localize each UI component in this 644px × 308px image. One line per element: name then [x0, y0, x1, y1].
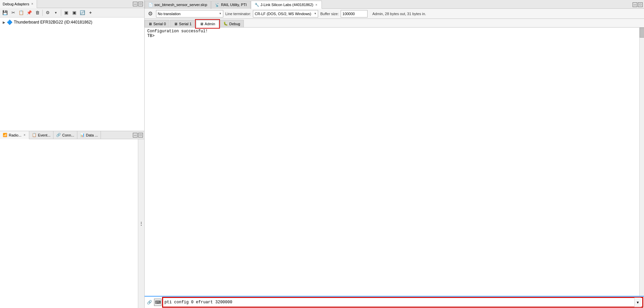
device-name: Thunderboard EFR32BG22 (ID:440181862) [14, 20, 92, 25]
admin-info: Admin, 28 bytes out, 31 bytes in. [372, 12, 426, 16]
radio-label: Radio... [9, 133, 22, 137]
input-field-wrapper: ▼ [163, 298, 643, 307]
line-term-label: Line terminator: [225, 12, 251, 16]
tab-debug[interactable]: 🐛 Debug [220, 20, 244, 27]
minimize-right-btn[interactable]: — [633, 2, 637, 7]
serial1-icon: 🖥 [174, 22, 178, 26]
scrollbar-thumb[interactable] [640, 28, 644, 38]
bottom-panel-content [0, 139, 138, 308]
tab-event[interactable]: 📋 Event... [29, 131, 53, 139]
radio-close[interactable]: × [23, 133, 26, 137]
event-label: Event... [38, 133, 50, 137]
rail-label: RAIL Utility, PTI [221, 3, 247, 7]
add-btn[interactable]: + [87, 9, 94, 16]
minimize-debug-btn[interactable]: — [133, 2, 138, 6]
slcp-icon: 📄 [148, 3, 153, 7]
tab-serial0[interactable]: 🖥 Serial 0 [145, 20, 169, 27]
tree-arrow: ▶ [3, 21, 5, 24]
dropdown-btn[interactable]: ▼ [52, 9, 60, 16]
serial0-icon: 🖥 [148, 22, 152, 26]
bottom-panels: 📶 Radio... × 📋 Event... 🔗 Conn... 📊 Data… [0, 131, 144, 308]
buffer-input[interactable] [341, 10, 368, 17]
translation-select[interactable]: No translation ▼ [156, 10, 223, 17]
maximize-bottom-btn[interactable]: □ [138, 133, 143, 138]
rect-btn-2[interactable]: ▣ [71, 9, 78, 16]
inner-tab-bar: 🖥 Serial 0 🖥 Serial 1 🖥 Admin 🐛 Debug [145, 19, 644, 28]
conn-icon: 🔗 [56, 133, 61, 137]
debug-adapters-label: Debug Adapters [3, 2, 29, 6]
paste-btn[interactable]: 📌 [26, 9, 33, 16]
debug-adapters-tab-bar: Debug Adapters × — □ [0, 0, 144, 8]
admin-icon: 🖥 [200, 22, 203, 26]
delete-btn[interactable]: 🗑 [34, 9, 41, 16]
save-btn[interactable]: 💾 [1, 9, 9, 16]
tab-conn[interactable]: 🔗 Conn... [53, 131, 77, 139]
panel-actions: ⋮ [138, 139, 144, 308]
debug-adapters-close[interactable]: × [31, 2, 34, 6]
maximize-debug-btn[interactable]: □ [138, 2, 143, 6]
input-left-icon: 🔗 [146, 299, 153, 306]
tab-admin[interactable]: 🖥 Admin [196, 20, 219, 28]
debug-adapters-toolbar: 💾 ✂ 📋 📌 🗑 ⚙ ▼ ▣ ▣ 🔃 + [0, 8, 144, 17]
minimize-bottom-btn[interactable]: — [133, 133, 138, 138]
terminal-area: Configuration successful! TB> [145, 28, 644, 296]
serial1-label: Serial 1 [179, 22, 191, 26]
radio-icon: 📶 [3, 133, 7, 137]
translation-dropdown-arrow: ▼ [219, 12, 222, 15]
data-label: Data ... [86, 133, 98, 137]
command-input[interactable] [164, 300, 634, 305]
copy-btn[interactable]: 📋 [17, 9, 25, 16]
conn-label: Conn... [62, 133, 74, 137]
event-icon: 📋 [32, 133, 37, 137]
device-tree-item[interactable]: ▶ 🔷 Thunderboard EFR32BG22 (ID:440181862… [1, 19, 143, 26]
tab-debug-adapters[interactable]: Debug Adapters × [0, 0, 37, 8]
refresh-btn[interactable]: 🔃 [79, 9, 86, 16]
buffer-label: Buffer size: [320, 12, 339, 16]
serial0-label: Serial 0 [153, 22, 166, 26]
tab-data[interactable]: 📊 Data ... [77, 131, 101, 139]
settings-btn[interactable]: ⚙ [44, 9, 51, 16]
translation-label: No translation [158, 12, 181, 16]
debug-label: Debug [229, 22, 240, 26]
terminal-line-1: Configuration successful! [147, 29, 641, 34]
main-tab-bar: 📄 soc_btmesh_sensor_server.slcp 📡 RAIL U… [145, 0, 644, 9]
terminal-scrollbar[interactable] [639, 28, 644, 296]
terminal-line-2: TB> [147, 34, 641, 38]
debug-adapters-content: ▶ 🔷 Thunderboard EFR32BG22 (ID:440181862… [0, 17, 144, 131]
toolbar-sep-2 [61, 10, 61, 16]
right-toolbar: ⚙ No translation ▼ Line terminator: CR-L… [145, 9, 644, 19]
line-term-value: CR-LF (DOS, OS/2, MS Windows) [255, 12, 311, 16]
jlink-close[interactable]: × [315, 3, 318, 7]
terminal-settings-btn[interactable]: ⚙ [147, 10, 154, 17]
device-icon: 🔷 [7, 20, 12, 25]
debug-icon: 🐛 [223, 22, 228, 26]
input-icon-symbol: ⌨ [155, 300, 161, 305]
tab-serial1[interactable]: 🖥 Serial 1 [170, 20, 195, 27]
cut-btn[interactable]: ✂ [9, 9, 17, 16]
jlink-label: J-Link Silicon Labs (440181862) [261, 3, 313, 7]
line-term-dropdown-arrow: ▼ [314, 12, 317, 15]
rail-icon: 📡 [215, 3, 220, 7]
tab-radio[interactable]: 📶 Radio... × [0, 131, 29, 139]
tab-slcp[interactable]: 📄 soc_btmesh_sensor_server.slcp [145, 1, 211, 9]
toolbar-sep-1 [42, 10, 43, 16]
maximize-right-btn[interactable]: □ [638, 2, 643, 7]
bottom-panels-tab-bar: 📶 Radio... × 📋 Event... 🔗 Conn... 📊 Data… [0, 131, 144, 139]
input-bar: 🔗 ⌨ ▼ [145, 296, 644, 308]
tab-rail[interactable]: 📡 RAIL Utility, PTI [211, 1, 250, 9]
slcp-label: soc_btmesh_sensor_server.slcp [154, 3, 207, 7]
input-dropdown-btn[interactable]: ▼ [634, 298, 641, 307]
rect-btn-1[interactable]: ▣ [63, 9, 70, 16]
more-icon[interactable]: ⋮ [139, 221, 144, 226]
admin-label: Admin [205, 22, 215, 26]
data-icon: 📊 [80, 133, 85, 137]
line-term-select[interactable]: CR-LF (DOS, OS/2, MS Windows) ▼ [253, 10, 318, 17]
input-icon-btn[interactable]: ⌨ [154, 299, 161, 306]
tab-jlink[interactable]: 🔧 J-Link Silicon Labs (440181862) × [251, 1, 322, 9]
jlink-icon: 🔧 [255, 3, 259, 7]
